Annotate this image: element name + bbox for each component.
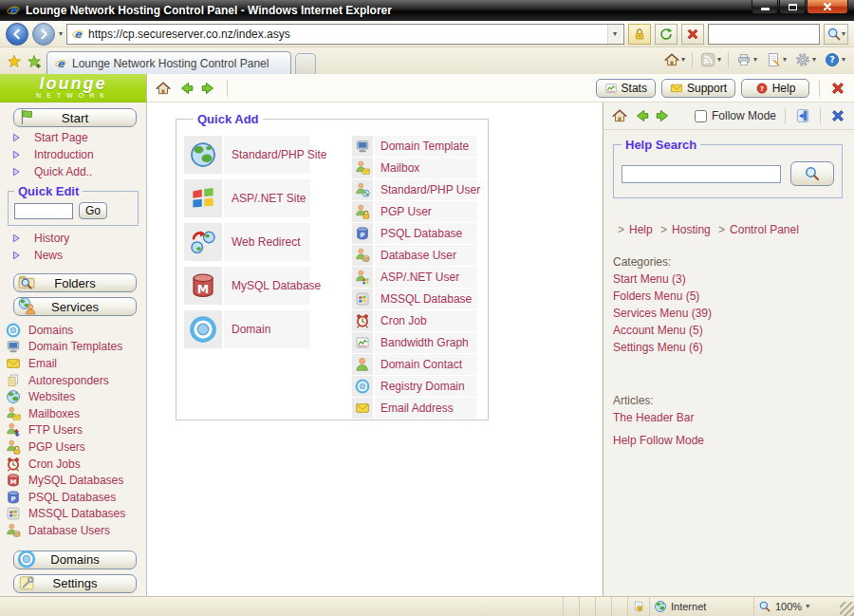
close-button[interactable] [807, 0, 848, 14]
quick-add-item[interactable]: Standard/PHP Site [184, 136, 310, 174]
service-item-label[interactable]: FTP Users [28, 423, 83, 437]
support-button[interactable]: Support [661, 79, 735, 98]
help-button[interactable]: Help [741, 79, 809, 98]
quick-add-item-label[interactable]: Domain [232, 323, 270, 336]
sidebar-service-item[interactable]: Domain Templates [0, 339, 146, 356]
history-dropdown[interactable]: ▾ [59, 30, 63, 38]
quick-add-item-label[interactable]: ASP/.NET User [381, 271, 459, 284]
breadcrumb-link[interactable]: Hosting [672, 223, 711, 236]
category-link[interactable]: Account Menu (5) [613, 322, 854, 339]
service-item-label[interactable]: MySQL Databases [28, 474, 123, 487]
quick-add-item-label[interactable]: Email Address [381, 401, 454, 415]
start-menu-button[interactable]: Start [13, 108, 137, 127]
help-home-icon[interactable] [611, 107, 628, 124]
resize-grip[interactable] [840, 602, 854, 616]
browser-search-button[interactable]: ▾ [824, 24, 848, 45]
service-item-label[interactable]: Websites [28, 390, 75, 403]
sidebar-item[interactable]: History [0, 230, 146, 247]
quick-add-item-label[interactable]: Database User [381, 249, 456, 262]
help-forward-icon[interactable] [655, 107, 672, 124]
sidebar-service-item[interactable]: Domains [0, 322, 146, 339]
quick-add-item[interactable]: Database User [352, 245, 477, 266]
service-item-label[interactable]: Database Users [28, 524, 110, 537]
service-item-label[interactable]: PSQL Databases [28, 491, 116, 504]
minimize-button[interactable] [752, 0, 778, 14]
quick-add-item-label[interactable]: Standard/PHP Site [232, 148, 327, 161]
quick-add-item-label[interactable]: PSQL Database [381, 227, 462, 240]
category-link[interactable]: Settings Menu (6) [613, 339, 854, 356]
quick-add-item[interactable]: PGP User [352, 201, 477, 222]
address-bar[interactable]: ▾ [66, 24, 624, 45]
quick-add-item-label[interactable]: Domain Template [381, 140, 469, 153]
sidebar-item-label[interactable]: History [34, 232, 69, 245]
service-item-label[interactable]: Email [28, 357, 57, 370]
quick-add-item-label[interactable]: MySQL Database [232, 279, 321, 292]
stats-button[interactable]: Stats [596, 79, 656, 98]
quick-add-item-label[interactable]: MSSQL Database [381, 292, 472, 306]
quick-add-item[interactable]: Domain Contact [352, 354, 477, 375]
page-menu-button[interactable]: ▾ [762, 49, 789, 70]
zoom-control[interactable]: 100% ▾ [753, 597, 839, 616]
folders-menu-button[interactable]: Folders [13, 273, 137, 292]
quick-add-item-label[interactable]: PGP User [381, 205, 432, 218]
quick-add-item-label[interactable]: Web Redirect [232, 235, 300, 249]
app-back-icon[interactable] [177, 80, 195, 97]
maximize-button[interactable] [779, 0, 806, 14]
quick-add-item-label[interactable]: ASP/.NET Site [232, 192, 306, 205]
favorites-star-icon[interactable] [6, 53, 23, 70]
tools-menu-button[interactable]: ▾ [791, 49, 819, 70]
quick-add-item[interactable]: MySQL Database [184, 267, 310, 305]
sidebar-service-item[interactable]: Websites [0, 388, 146, 405]
settings-menu-button[interactable]: Settings [13, 574, 137, 593]
service-item-label[interactable]: Mailboxes [28, 407, 80, 420]
sidebar-item[interactable]: Introduction [0, 146, 146, 163]
quick-add-item[interactable]: Mailbox [352, 158, 477, 178]
sidebar-service-item[interactable]: MySQL Databases [0, 472, 146, 489]
follow-mode-checkbox[interactable] [695, 110, 707, 122]
sidebar-service-item[interactable]: FTP Users [0, 422, 146, 439]
address-input[interactable] [88, 28, 603, 41]
quick-add-item[interactable]: MSSQL Database [352, 289, 477, 309]
category-link[interactable]: Folders Menu (5) [613, 288, 854, 305]
service-item-label[interactable]: Domain Templates [28, 340, 122, 353]
quick-add-item[interactable]: ASP/.NET Site [184, 179, 310, 217]
quick-add-item[interactable]: ASP/.NET User [352, 267, 477, 288]
help-back-icon[interactable] [633, 107, 650, 124]
service-item-label[interactable]: Autoresponders [28, 374, 109, 387]
service-item-label[interactable]: Cron Jobs [28, 457, 81, 471]
print-button[interactable]: ▾ [733, 49, 760, 70]
service-item-label[interactable]: Domains [28, 324, 73, 337]
new-tab-button[interactable] [295, 53, 316, 74]
services-menu-button[interactable]: Services [13, 297, 137, 316]
address-dropdown[interactable]: ▾ [607, 25, 622, 44]
sidebar-service-item[interactable]: Mailboxes [0, 405, 146, 422]
quick-add-item[interactable]: Registry Domain [352, 376, 477, 397]
app-forward-icon[interactable] [200, 80, 217, 97]
home-menu-button[interactable]: ▾ [660, 49, 688, 70]
help-search-button[interactable] [790, 161, 834, 186]
sidebar-item-label[interactable]: News [34, 249, 63, 262]
browser-back-button[interactable] [6, 23, 28, 46]
breadcrumb-link[interactable]: Control Panel [730, 223, 799, 236]
sidebar-item-label[interactable]: Introduction [34, 148, 94, 161]
article-link[interactable]: The Header Bar [613, 409, 854, 426]
service-item-label[interactable]: PGP Users [28, 440, 85, 454]
sidebar-service-item[interactable]: Database Users [0, 522, 146, 539]
quick-add-item[interactable]: Cron Job [352, 310, 477, 331]
stop-button[interactable] [681, 24, 704, 45]
sidebar-service-item[interactable]: Email [0, 355, 146, 372]
quick-add-item-label[interactable]: Mailbox [381, 161, 419, 175]
logout-close-icon[interactable] [829, 80, 846, 97]
quick-add-item[interactable]: Email Address [352, 398, 477, 419]
quick-edit-input[interactable] [14, 203, 73, 219]
sidebar-service-item[interactable]: PGP Users [0, 439, 146, 456]
refresh-button[interactable] [655, 24, 678, 45]
sidebar-service-item[interactable]: Cron Jobs [0, 456, 146, 473]
sidebar-item[interactable]: News [0, 247, 146, 264]
quick-edit-go-button[interactable]: Go [79, 202, 107, 219]
quick-add-item-label[interactable]: Standard/PHP User [381, 183, 480, 196]
close-help-icon[interactable] [829, 107, 846, 124]
quick-add-item[interactable]: Domain Template [352, 136, 477, 157]
article-link[interactable]: Help Follow Mode [613, 432, 854, 449]
category-link[interactable]: Start Menu (3) [613, 271, 854, 288]
